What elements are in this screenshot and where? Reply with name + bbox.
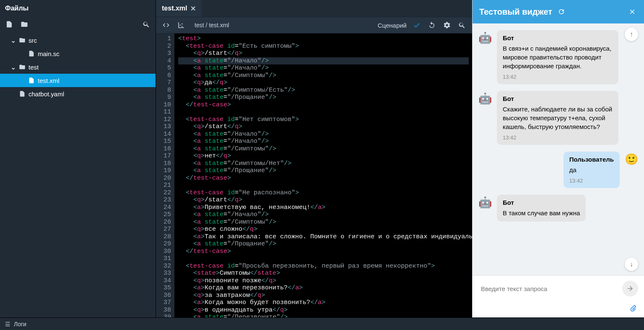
chat-text: да: [569, 165, 614, 174]
menu-icon[interactable]: ☰: [5, 321, 10, 327]
avatar: 🤖: [478, 30, 493, 45]
send-button[interactable]: [622, 281, 638, 296]
undo-button[interactable]: [427, 20, 437, 30]
chat-bubble: Бот В связ+и с пандемией коронавируса, м…: [497, 30, 618, 84]
close-chat-button[interactable]: [627, 7, 637, 17]
chevron-icon: ⌄: [10, 36, 16, 44]
chat-sender: Бот: [503, 199, 580, 206]
search-code-button[interactable]: [457, 20, 467, 30]
editor-area: test.xml ✕ test / test.xml Сценарий 1234…: [156, 0, 472, 317]
folder-icon: [18, 36, 26, 44]
chat-bubble: Бот Скажите, наблюдаете ли вы за собой в…: [497, 91, 618, 145]
toggle-graph-icon[interactable]: [176, 20, 186, 30]
tree-item-label: test.xml: [38, 77, 60, 84]
avatar: 🙂: [624, 152, 639, 167]
test-widget-panel: Тестовый виджет ↑ ↓ 🤖 Бот В связ+и с пан…: [472, 0, 644, 317]
bottom-bar: ☰ Логи: [0, 317, 644, 330]
chat-text: В таком случае вам нужна: [503, 209, 580, 217]
scroll-down-button[interactable]: ↓: [625, 258, 638, 271]
chat-input-bar: [473, 275, 644, 302]
close-tab-icon[interactable]: ✕: [190, 5, 196, 13]
toggle-code-icon[interactable]: [161, 20, 171, 30]
file-sidebar: Файлы ⌄ src main.sc ⌄ test test.xml chat…: [0, 0, 156, 317]
chat-sender: Бот: [503, 95, 613, 102]
tab-bar: test.xml ✕: [156, 0, 472, 17]
tree-item[interactable]: chatbot.yaml: [0, 87, 156, 101]
attach-row: [473, 302, 644, 317]
scenario-label: Сценарий: [378, 22, 407, 29]
chat-message: 🤖 Бот Скажите, наблюдаете ли вы за собой…: [478, 91, 639, 145]
file-icon: [28, 50, 35, 57]
chat-header: Тестовый виджет: [473, 0, 644, 23]
new-folder-button[interactable]: [19, 19, 29, 29]
tab-label: test.xml: [162, 5, 187, 12]
tree-item-label: src: [29, 37, 37, 44]
tree-item[interactable]: ⌄ test: [0, 60, 156, 74]
scroll-up-button[interactable]: ↑: [625, 28, 638, 41]
run-check-button[interactable]: [412, 20, 422, 30]
chat-message: Пользователь да 13:42 🙂: [478, 152, 639, 188]
chat-bubble: Пользователь да 13:42: [564, 152, 620, 188]
refresh-chat-button[interactable]: [556, 7, 566, 17]
chat-sender: Пользователь: [569, 156, 614, 163]
attach-button[interactable]: [628, 303, 638, 313]
sidebar-title: Файлы: [5, 5, 29, 12]
chat-message: 🤖 Бот В таком случае вам нужна: [478, 195, 639, 222]
avatar: 🤖: [478, 91, 493, 106]
settings-button[interactable]: [442, 20, 452, 30]
editor-tab[interactable]: test.xml ✕: [156, 0, 202, 17]
tree-item-label: chatbot.yaml: [29, 90, 64, 98]
breadcrumb: test / test.xml: [191, 20, 373, 30]
sidebar-toolbar: [0, 17, 156, 32]
chat-time: 13:42: [503, 134, 613, 141]
folder-icon: [18, 63, 26, 71]
chat-sender: Бот: [503, 34, 613, 41]
chat-bubble: Бот В таком случае вам нужна: [497, 195, 586, 222]
chat-title: Тестовый виджет: [479, 7, 552, 17]
file-tree: ⌄ src main.sc ⌄ test test.xml chatbot.ya…: [0, 32, 156, 317]
chat-body[interactable]: ↑ ↓ 🤖 Бот В связ+и с пандемией коронавир…: [473, 23, 644, 275]
file-icon: [28, 77, 35, 84]
chat-input[interactable]: [478, 281, 618, 296]
tree-item[interactable]: ⌄ src: [0, 34, 156, 47]
chat-message: 🤖 Бот В связ+и с пандемией коронавируса,…: [478, 30, 639, 84]
new-file-button[interactable]: [4, 19, 14, 29]
tree-item-label: test: [29, 64, 39, 71]
editor-toolbar: test / test.xml Сценарий: [156, 17, 472, 34]
chat-text: Скажите, наблюдаете ли вы за собой высок…: [503, 105, 613, 131]
chat-text: В связ+и с пандемией коронавируса, миров…: [503, 44, 613, 70]
sidebar-header: Файлы: [0, 0, 156, 17]
chat-time: 13:42: [569, 178, 614, 184]
tree-item[interactable]: test.xml: [0, 74, 156, 87]
code-content[interactable]: <test> <test-case id="Есть симптомы"> <q…: [175, 34, 472, 317]
code-editor[interactable]: 1234567891011121314151617181920212223242…: [156, 34, 472, 317]
search-files-button[interactable]: [141, 19, 151, 29]
chevron-icon: ⌄: [10, 63, 16, 71]
tree-item[interactable]: main.sc: [0, 47, 156, 60]
logs-label[interactable]: Логи: [14, 321, 26, 327]
app-root: Файлы ⌄ src main.sc ⌄ test test.xml chat…: [0, 0, 644, 317]
line-gutter: 1234567891011121314151617181920212223242…: [156, 34, 175, 317]
tree-item-label: main.sc: [38, 50, 60, 57]
file-icon: [18, 90, 26, 98]
chat-time: 13:42: [503, 74, 613, 80]
avatar: 🤖: [478, 195, 493, 210]
